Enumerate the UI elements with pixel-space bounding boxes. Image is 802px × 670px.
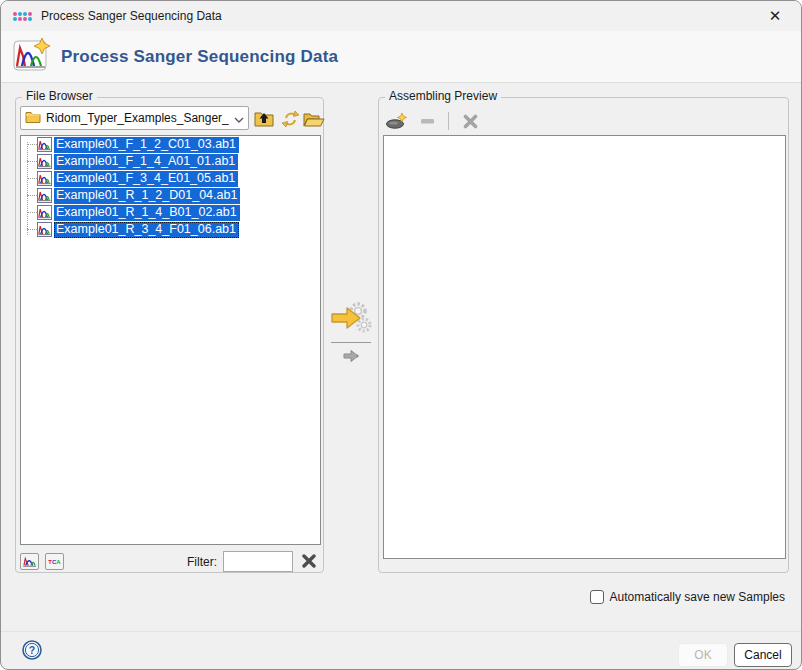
footer: ? OK Cancel — [1, 631, 801, 669]
folder-path-value: Ridom_Typer_Examples_Sanger_ITS/ — [46, 111, 229, 125]
autosave-checkbox[interactable] — [590, 590, 604, 604]
window-title: Process Sanger Sequencing Data — [41, 9, 222, 23]
tree-branch — [27, 178, 37, 179]
file-name: Example01_F_3_4_E01_05.ab1 — [54, 171, 238, 187]
tree-branch — [27, 195, 37, 196]
sequence-text-toggle[interactable]: TCA — [45, 553, 64, 570]
file-browser-group: File Browser Ridom_Typer_Examples_Sanger… — [15, 97, 324, 573]
file-name: Example01_F_1_2_C01_03.ab1 — [54, 137, 239, 153]
chromatogram-file-icon — [37, 154, 52, 169]
file-list[interactable]: Example01_F_1_2_C01_03.ab1 Exam — [20, 135, 321, 545]
folder-path-combobox[interactable]: Ridom_Typer_Examples_Sanger_ITS/ — [20, 106, 249, 130]
file-name: Example01_R_3_4_F01_06.ab1 — [54, 222, 239, 238]
tree-branch — [27, 144, 37, 145]
file-row[interactable]: Example01_F_3_4_E01_05.ab1 — [21, 170, 320, 187]
app-logo-dots-icon — [13, 12, 32, 21]
filter-label: Filter: — [187, 555, 217, 569]
clear-filter-icon[interactable] — [299, 551, 319, 571]
file-name: Example01_R_1_4_B01_02.ab1 — [54, 205, 240, 221]
assembling-preview-legend: Assembling Preview — [385, 89, 501, 103]
page-title: Process Sanger Sequencing Data — [61, 47, 338, 67]
tree-branch — [27, 229, 37, 230]
chromatogram-file-icon — [37, 222, 52, 237]
process-files-button[interactable] — [329, 299, 373, 337]
add-to-preview-button[interactable] — [341, 347, 361, 365]
toolbar-separator — [448, 112, 449, 130]
close-icon[interactable]: ✕ — [757, 2, 793, 30]
remove-icon[interactable] — [415, 111, 439, 131]
titlebar: Process Sanger Sequencing Data ✕ — [1, 1, 801, 31]
new-sample-icon[interactable] — [384, 111, 408, 131]
tree-branch — [27, 212, 37, 213]
folder-up-button[interactable] — [252, 108, 276, 129]
dialog-header: Process Sanger Sequencing Data — [1, 31, 801, 83]
assembling-preview-area[interactable] — [383, 135, 786, 559]
chromatogram-file-icon — [37, 171, 52, 186]
assembling-toolbar — [384, 110, 482, 132]
svg-text:?: ? — [29, 644, 35, 656]
file-row[interactable]: Example01_F_1_4_A01_01.ab1 — [21, 153, 320, 170]
file-row[interactable]: Example01_R_1_4_B01_02.ab1 — [21, 204, 320, 221]
chevron-down-icon — [234, 109, 244, 127]
chromatogram-file-icon — [37, 137, 52, 152]
open-folder-button[interactable] — [302, 108, 326, 129]
file-name: Example01_F_1_4_A01_01.ab1 — [54, 154, 238, 170]
chromatogram-file-icon — [37, 188, 52, 203]
delete-icon[interactable] — [458, 111, 482, 131]
autosave-label: Automatically save new Samples — [610, 590, 785, 604]
tree-branch — [27, 161, 37, 162]
trace-view-toggle[interactable] — [20, 553, 39, 570]
filter-input[interactable] — [223, 551, 293, 572]
file-row[interactable]: Example01_R_3_4_F01_06.ab1 — [21, 221, 320, 238]
help-icon[interactable]: ? — [22, 640, 42, 660]
chromatogram-file-icon — [37, 205, 52, 220]
file-browser-legend: File Browser — [22, 89, 97, 103]
divider — [331, 342, 371, 343]
file-row[interactable]: Example01_R_1_2_D01_04.ab1 — [21, 187, 320, 204]
file-row[interactable]: Example01_F_1_2_C01_03.ab1 — [21, 136, 320, 153]
file-name: Example01_R_1_2_D01_04.ab1 — [54, 188, 240, 204]
refresh-button[interactable] — [278, 108, 302, 129]
ok-button[interactable]: OK — [678, 643, 728, 667]
folder-icon — [25, 109, 41, 127]
chromatogram-star-icon — [13, 38, 51, 76]
assembling-preview-group: Assembling Preview — [378, 97, 789, 573]
dialog-window: Process Sanger Sequencing Data ✕ Process… — [0, 0, 802, 670]
cancel-button[interactable]: Cancel — [734, 643, 792, 667]
autosave-option[interactable]: Automatically save new Samples — [590, 590, 785, 604]
